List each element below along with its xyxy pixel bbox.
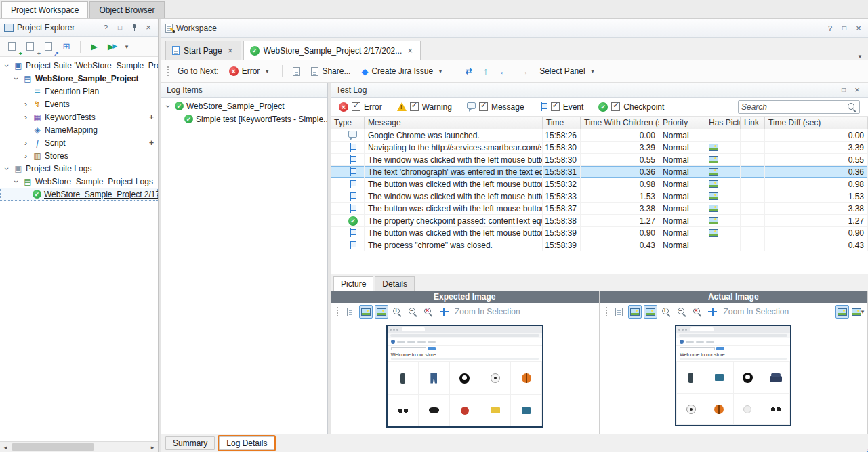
pe-item-webstore-sample-project-2-17[interactable]: WebStore_Sample_Project 2/17/ (0, 188, 158, 201)
expander-icon[interactable] (22, 112, 30, 122)
message-checkbox[interactable] (479, 102, 488, 111)
compare-logs-button[interactable] (461, 63, 476, 79)
log-row[interactable]: The button was clicked with the left mou… (331, 178, 868, 190)
select-mode-button[interactable] (375, 305, 388, 319)
pe-item-project-suite-webstore-sample-project[interactable]: Project Suite 'WebStore_Sample_Project' (0, 59, 158, 72)
filter-event[interactable]: Event (539, 102, 584, 112)
log-row[interactable]: Google Chrome was launched.15:58:260.00N… (331, 129, 868, 142)
filter-error[interactable]: Error (339, 102, 382, 112)
log-row[interactable]: The button was clicked with the left mou… (331, 227, 868, 239)
toolbar-grip[interactable] (336, 306, 339, 317)
zoom-in-button[interactable]: + (659, 305, 673, 319)
column-link[interactable]: Link (741, 117, 765, 129)
tab-list-dropdown-icon[interactable] (856, 53, 864, 60)
pe-item-script[interactable]: Script (0, 136, 158, 149)
expander-icon[interactable] (3, 61, 11, 70)
pe-item-project-suite-logs[interactable]: Project Suite Logs (0, 162, 158, 175)
zoom-out-button[interactable]: − (675, 305, 688, 319)
close-icon[interactable] (853, 23, 864, 34)
column-type[interactable]: Type (331, 117, 365, 129)
error-checkbox[interactable] (352, 102, 360, 111)
expander-icon[interactable] (12, 74, 20, 83)
tab-test-log[interactable]: WebStore_Sample_Project 2/17/202... (243, 41, 421, 60)
save-picture-button[interactable] (613, 305, 626, 319)
add-icon[interactable] (149, 138, 154, 148)
column-has-picture[interactable]: Has Picture (705, 117, 741, 129)
maximize-icon[interactable] (115, 22, 125, 33)
share-button[interactable]: Share... (307, 63, 354, 79)
pe-item-execution-plan[interactable]: Execution Plan (0, 85, 158, 98)
zoom-reset-button[interactable]: × (690, 305, 704, 319)
close-icon[interactable] (143, 22, 154, 33)
export-log-button[interactable] (289, 63, 304, 79)
zoom-reset-button[interactable]: × (421, 305, 435, 319)
tab-project-workspace[interactable]: Project Workspace (1, 1, 88, 18)
maximize-icon[interactable] (838, 85, 849, 96)
filter-checkpoint[interactable]: Checkpoint (598, 102, 664, 112)
zoom-out-button[interactable]: − (406, 305, 419, 319)
tab-log-details[interactable]: Log Details (219, 436, 274, 450)
maximize-icon[interactable] (839, 23, 850, 34)
zoom-fit-button[interactable] (706, 305, 720, 319)
run-project-suite-button[interactable] (104, 39, 121, 55)
expander-icon[interactable] (3, 164, 11, 173)
log-row[interactable]: The window was clicked with the left mou… (331, 154, 868, 166)
back-button[interactable] (495, 63, 512, 79)
filter-warning[interactable]: Warning (397, 102, 452, 112)
close-icon[interactable] (852, 85, 863, 96)
close-tab-icon[interactable] (226, 47, 234, 55)
pe-item-namemapping[interactable]: NameMapping (0, 123, 158, 136)
column-priority[interactable]: Priority (659, 117, 705, 129)
save-picture-button[interactable] (344, 305, 357, 319)
pe-item-webstore-sample-project-logs[interactable]: WebStore_Sample_Project Logs (0, 175, 158, 188)
compare-pictures-button[interactable] (835, 305, 849, 319)
log-row[interactable]: The process "chrome" was closed.15:58:39… (331, 239, 868, 251)
scroll-left-icon[interactable] (0, 444, 11, 451)
pe-item-events[interactable]: Events (0, 98, 158, 110)
expander-icon[interactable] (22, 151, 30, 161)
log-row[interactable]: The window was clicked with the left mou… (331, 190, 868, 203)
log-row[interactable]: The property checkpoint passed: contentT… (331, 215, 868, 227)
add-icon[interactable] (149, 112, 154, 122)
log-item-webstore-sample-project[interactable]: WebStore_Sample_Project (161, 100, 327, 112)
go-to-next-type-dropdown[interactable]: Error (224, 63, 276, 79)
search-input[interactable] (741, 102, 847, 112)
scroll-right-icon[interactable] (147, 444, 158, 451)
picture-options-dropdown[interactable] (851, 305, 865, 319)
log-row[interactable]: The text 'chronograph' was entered in th… (331, 166, 868, 178)
log-row[interactable]: The button was clicked with the left mou… (331, 203, 868, 215)
go-up-button[interactable] (479, 63, 492, 79)
warning-checkbox[interactable] (410, 102, 419, 111)
help-icon[interactable] (100, 22, 111, 33)
pan-mode-button[interactable] (628, 305, 642, 319)
actual-image[interactable]: Welcome to our store (675, 325, 791, 426)
select-panel-dropdown[interactable]: Select Panel (535, 63, 600, 79)
expander-icon[interactable] (22, 138, 30, 148)
zoom-in-button[interactable]: + (390, 305, 404, 319)
filter-message[interactable]: Message (467, 102, 524, 112)
search-box[interactable] (738, 100, 860, 114)
log-item-simple-test-keywordtests-simple[interactable]: Simple test [KeywordTests - Simple... (161, 112, 327, 125)
scrollbar-thumb[interactable] (12, 443, 94, 451)
pe-item-webstore-sample-project[interactable]: WebStore_Sample_Project (0, 72, 158, 85)
create-jira-issue-button[interactable]: Create Jira Issue (357, 63, 449, 79)
close-tab-icon[interactable] (406, 47, 414, 55)
object-browser-button[interactable] (58, 39, 75, 55)
pan-mode-button[interactable] (359, 305, 373, 319)
toolbar-grip[interactable] (167, 66, 169, 77)
event-checkbox[interactable] (551, 102, 560, 111)
forward-button[interactable] (515, 63, 533, 79)
export-project-button[interactable] (40, 39, 56, 55)
expander-icon[interactable] (12, 177, 20, 186)
column-time[interactable]: Time (543, 117, 581, 129)
column-message[interactable]: Message (365, 117, 543, 129)
select-mode-button[interactable] (644, 305, 657, 319)
pin-icon[interactable] (129, 22, 140, 33)
help-icon[interactable] (825, 23, 835, 34)
add-existing-item-button[interactable] (22, 39, 38, 55)
column-time-with-children[interactable]: Time With Children (sec) (581, 117, 659, 129)
tab-details[interactable]: Details (375, 276, 415, 291)
tab-object-browser[interactable]: Object Browser (89, 1, 164, 18)
expander-icon[interactable] (22, 100, 30, 109)
tab-picture[interactable]: Picture (333, 276, 373, 291)
